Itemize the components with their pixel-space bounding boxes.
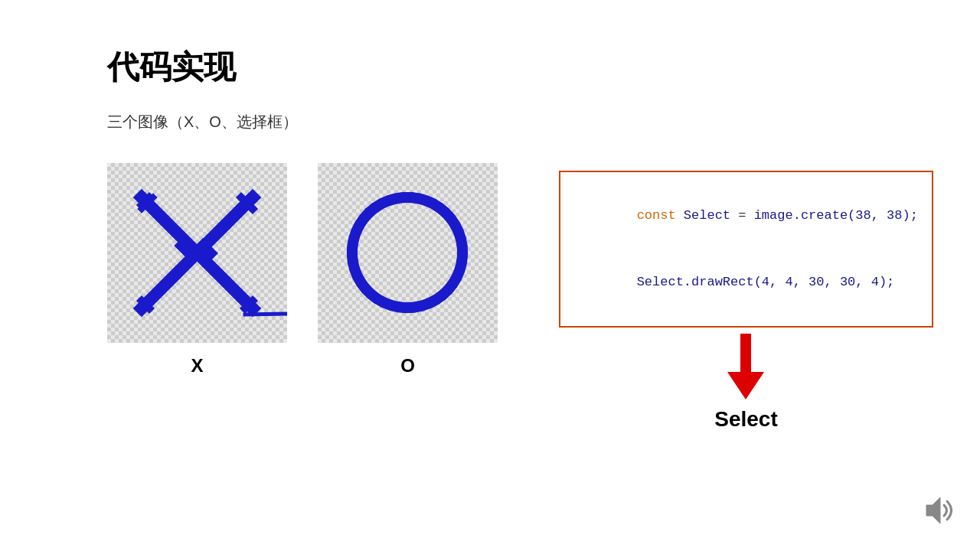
select-area: const Select = image.create(38, 38); Sel… (559, 171, 933, 432)
code-select-var: Select (684, 208, 730, 223)
x-label: X (191, 355, 203, 377)
canvas-o (318, 163, 498, 343)
arrow-shaft (740, 334, 751, 372)
image-item-o: O (318, 163, 498, 377)
o-label: O (400, 355, 415, 377)
svg-point-12 (352, 197, 462, 308)
canvas-x (107, 163, 287, 343)
select-label: Select (714, 407, 778, 432)
svg-marker-13 (926, 497, 940, 523)
svg-line-7 (245, 301, 253, 308)
code-image-create: image.create (754, 208, 848, 223)
code-box: const Select = image.create(38, 38); Sel… (559, 171, 933, 328)
speaker-icon[interactable] (920, 491, 959, 530)
svg-line-8 (184, 246, 191, 253)
page-content: 代码实现 三个图像（X、O、选择框） (0, 0, 980, 478)
svg-line-10 (245, 312, 287, 315)
svg-line-9 (203, 246, 211, 253)
subtitle: 三个图像（X、O、选择框） (107, 112, 873, 132)
arrow-head (727, 372, 764, 399)
code-const: const (637, 208, 684, 223)
code-params2: (4, 4, 30, 30, 4); (754, 275, 895, 289)
svg-line-5 (249, 197, 253, 201)
code-select-var2: Select (637, 275, 684, 289)
code-drawrect: .drawRect (684, 275, 754, 289)
code-params1: (38, 38); (848, 208, 918, 223)
svg-line-6 (142, 301, 149, 308)
image-item-x: X (107, 163, 287, 377)
code-eq: = (730, 208, 754, 223)
images-row: X O const Select = image.create(38, 38);… (107, 163, 873, 432)
arrow-container (727, 334, 764, 399)
page-title: 代码实现 (107, 46, 873, 89)
